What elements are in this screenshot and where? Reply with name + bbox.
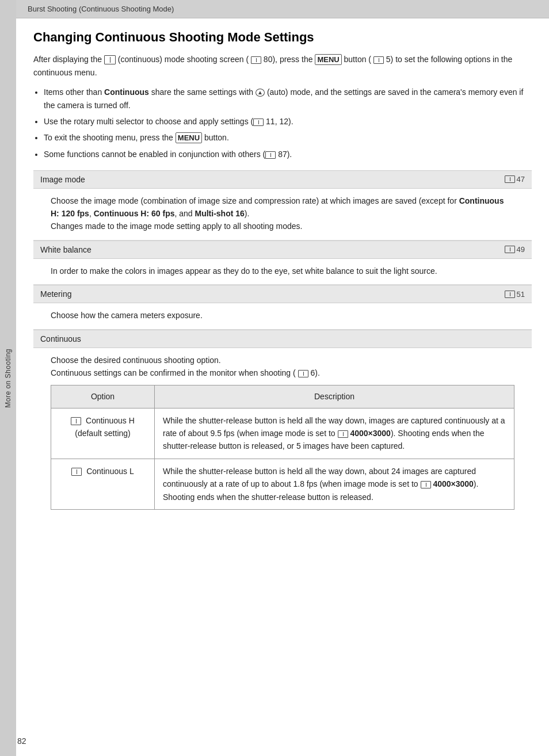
ref-icon-3 [253,119,264,126]
top-bar: Burst Shooting (Continuous Shooting Mode… [16,0,549,18]
table-option-1: Continuous H(default setting) [51,408,155,459]
bold-cont-h-60: Continuous H: 60 fps [94,209,175,218]
table-row-2: Continuous L While the shutter-release b… [51,459,514,509]
continuous-mode-icon [104,55,116,64]
white-balance-body: In order to make the colors in images ap… [33,259,532,285]
menu-key-2: MENU [176,132,202,143]
ref-icon-2 [373,56,384,64]
img-size-bold-1: 4000×3000 [350,429,390,438]
topbar-label: Burst Shooting (Continuous Shooting Mode… [28,5,174,13]
ref-icon-1 [251,56,261,64]
table-option-2: Continuous L [51,459,155,509]
list-item-1: Items other than Continuous share the sa… [44,86,532,112]
bold-multi-shot: Multi-shot 16 [195,209,245,218]
continuous-body-line1: Choose the desired continuous shooting o… [51,356,221,365]
page-wrapper: More on Shooting Burst Shooting (Continu… [0,0,549,756]
bullet-list: Items other than Continuous share the sa… [44,86,532,161]
continuous-title: Continuous [40,334,81,343]
table-header-description: Description [155,385,514,408]
list-item-2: Use the rotary multi selector to choose … [44,115,532,128]
table-row-1: Continuous H(default setting) While the … [51,408,514,459]
metering-title: Metering [40,289,71,299]
white-balance-title: White balance [40,245,92,254]
img-size-icon-1 [338,430,348,438]
ref-icon-5 [298,370,308,377]
book-icon-2 [505,246,515,253]
image-mode-ref: 47 [505,175,525,184]
options-table: Option Description Continuous H(default … [51,385,514,510]
side-tab: More on Shooting [0,0,16,756]
continuous-body-line2: Continuous settings can be confirmed in … [51,368,320,377]
table-description-1: While the shutter-release button is held… [155,408,514,459]
book-icon-1 [505,175,515,183]
metering-body: Choose how the camera meters exposure. [33,303,532,329]
side-tab-label: More on Shooting [4,349,12,408]
continuous-body: Choose the desired continuous shooting o… [33,348,532,518]
auto-mode-icon: ▲ [256,89,265,97]
cont-h-icon [71,417,81,425]
bold-continuous: Continuous [104,87,149,97]
page-title: Changing Continuous Shooting Mode Settin… [33,30,532,45]
table-description-2: While the shutter-release button is held… [155,459,514,509]
cont-l-icon [71,468,82,476]
img-size-bold-2: 4000×3000 [433,479,473,488]
white-balance-ref: 49 [505,245,525,254]
metering-ref: 51 [505,290,525,299]
table-header-option: Option [51,385,155,408]
image-mode-body: Choose the image mode (combination of im… [33,189,532,240]
menu-key-1: MENU [315,54,341,65]
white-balance-header: White balance 49 [33,240,532,259]
metering-header: Metering 51 [33,285,532,303]
content-area: Changing Continuous Shooting Mode Settin… [16,18,549,756]
list-item-3: To exit the shooting menu, press the MEN… [44,131,532,144]
image-mode-header: Image mode 47 [33,170,532,189]
page-number: 82 [17,736,26,746]
continuous-header: Continuous [33,330,532,348]
main-content: Burst Shooting (Continuous Shooting Mode… [16,0,549,756]
ref-icon-4 [265,151,276,159]
book-icon-3 [505,291,515,298]
intro-paragraph: After displaying the (continuous) mode s… [33,53,532,79]
img-size-icon-2 [421,481,431,488]
image-mode-title: Image mode [40,175,85,184]
list-item-4: Some functions cannot be enabled in conj… [44,148,532,161]
